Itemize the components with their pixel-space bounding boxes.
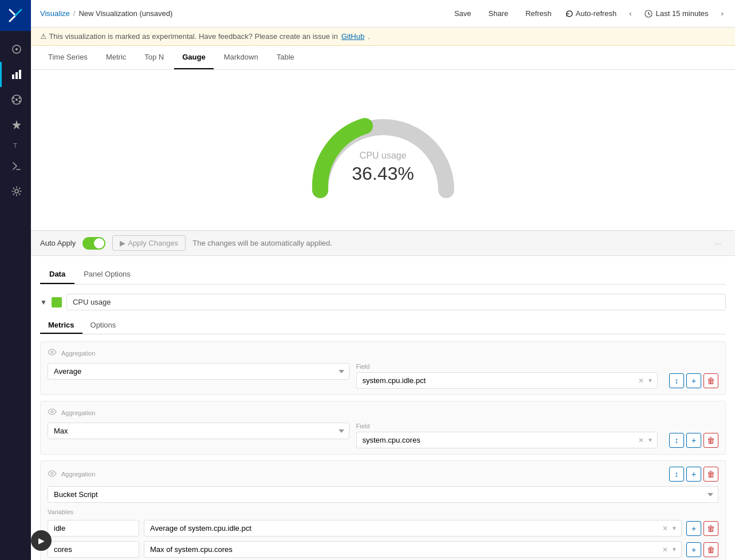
aggregation-select-1[interactable]: Average Max Min Sum Count <box>48 363 349 380</box>
field-group-2: Field ✕ ▼ <box>356 423 658 448</box>
refresh-button[interactable]: Refresh <box>522 7 555 20</box>
series-color-swatch[interactable] <box>52 297 62 307</box>
viz-type-tabs: Time Series Metric Top N Gauge Markdown … <box>31 46 735 70</box>
tab-metric[interactable]: Metric <box>98 46 134 69</box>
variables-section: Variables ✕ ▼ + 🗑 <box>48 508 718 560</box>
tab-top-n[interactable]: Top N <box>136 46 172 69</box>
field-caret-1: ▼ <box>647 377 653 384</box>
variable-name-input-1[interactable] <box>48 520 139 537</box>
auto-refresh-label: Auto-refresh <box>576 9 617 18</box>
apply-changes-icon: ▶ <box>120 239 125 247</box>
gauge-svg <box>303 98 463 202</box>
variable-delete-button-1[interactable]: 🗑 <box>703 521 718 536</box>
agg-select-group-1: Average Max Min Sum Count <box>48 363 349 380</box>
apply-changes-button[interactable]: ▶ Apply Changes <box>112 235 186 251</box>
data-panel-tabs: Data Panel Options <box>40 265 726 285</box>
series-collapse-button[interactable]: ▼ <box>40 298 47 306</box>
share-button[interactable]: Share <box>485 7 512 20</box>
tab-table[interactable]: Table <box>269 46 302 69</box>
bucket-script-select[interactable]: Bucket Script Derivative Serial Diff <box>48 486 718 503</box>
agg-label-bucket: Aggregation <box>61 471 95 478</box>
agg-actions-2: ↕ + 🗑 <box>669 433 718 448</box>
agg-row-1-header: Aggregation <box>48 348 718 358</box>
variable-name-input-2[interactable] <box>48 541 139 558</box>
svg-point-7 <box>13 97 14 99</box>
toggle-slider <box>82 237 105 250</box>
svg-point-16 <box>51 472 53 475</box>
sub-tabs: Metrics Options <box>40 317 726 334</box>
variables-label: Variables <box>48 508 718 515</box>
field-label-2: Field <box>356 423 658 429</box>
field-group-1: Field ✕ ▼ <box>356 363 658 389</box>
svg-marker-11 <box>12 120 21 129</box>
clock-icon <box>644 10 653 18</box>
variable-field-caret-1: ▼ <box>671 525 677 531</box>
github-link[interactable]: GitHub <box>341 32 364 41</box>
variable-actions-1: + 🗑 <box>686 521 718 536</box>
auto-apply-toggle[interactable] <box>82 237 105 250</box>
nav-next-button[interactable]: › <box>719 7 726 20</box>
agg-label-1: Aggregation <box>61 350 95 357</box>
variable-field-caret-2: ▼ <box>671 546 677 553</box>
sub-tab-metrics[interactable]: Metrics <box>40 317 82 334</box>
agg-add-button-2[interactable]: + <box>686 433 701 448</box>
field-input-2[interactable] <box>356 432 658 448</box>
breadcrumb-visualize-link[interactable]: Visualize <box>40 9 70 18</box>
tab-gauge[interactable]: Gauge <box>174 46 213 69</box>
variable-field-clear-1[interactable]: ✕ <box>662 524 668 533</box>
sub-tab-options[interactable]: Options <box>82 317 124 334</box>
variable-field-input-1[interactable] <box>144 520 682 537</box>
tab-panel-options[interactable]: Panel Options <box>74 265 140 284</box>
tab-data[interactable]: Data <box>40 265 74 284</box>
variable-field-input-2[interactable] <box>144 541 682 558</box>
bucket-add-button[interactable]: + <box>686 467 701 482</box>
sidebar-item-visualize[interactable] <box>0 62 31 87</box>
sidebar-item-management[interactable] <box>0 179 31 204</box>
auto-apply-label: Auto Apply <box>40 239 76 247</box>
agg-delete-button-2[interactable]: 🗑 <box>703 433 718 448</box>
agg-delete-button-1[interactable]: 🗑 <box>703 373 718 388</box>
main-content: ⚠ This visualization is marked as experi… <box>31 0 735 560</box>
field-clear-2[interactable]: ✕ <box>638 436 644 444</box>
agg-action-row-1: ↕ + 🗑 <box>669 373 718 388</box>
tab-time-series[interactable]: Time Series <box>40 46 96 69</box>
field-input-1[interactable] <box>356 372 658 389</box>
variable-add-button-2[interactable]: + <box>686 542 701 557</box>
svg-rect-3 <box>15 72 18 79</box>
auto-apply-note: The changes will be automatically applie… <box>192 239 332 247</box>
svg-point-12 <box>15 190 18 193</box>
field-clear-1[interactable]: ✕ <box>638 377 644 385</box>
series-name-input[interactable] <box>66 294 726 310</box>
bucket-reorder-button[interactable]: ↕ <box>669 467 684 482</box>
nav-prev-button[interactable]: ‹ <box>627 7 634 20</box>
aggregation-row-bucket: Aggregation ↕ + 🗑 Bucket Script Derivati… <box>40 460 726 560</box>
svg-point-10 <box>18 101 20 102</box>
experimental-text: ⚠ This visualization is marked as experi… <box>40 32 338 41</box>
save-button[interactable]: Save <box>451 7 475 20</box>
agg-add-button-1[interactable]: + <box>686 373 701 388</box>
agg-reorder-button-1[interactable]: ↕ <box>669 373 684 388</box>
field-input-wrap-1: ✕ ▼ <box>356 372 658 389</box>
agg-reorder-button-2[interactable]: ↕ <box>669 433 684 448</box>
tab-markdown[interactable]: Markdown <box>216 46 266 69</box>
field-input-wrap-2: ✕ ▼ <box>356 432 658 448</box>
variable-delete-button-2[interactable]: 🗑 <box>703 542 718 557</box>
variable-field-wrap-2: ✕ ▼ <box>144 541 682 558</box>
sidebar-item-discover[interactable] <box>0 37 31 62</box>
variable-add-button-1[interactable]: + <box>686 521 701 536</box>
aggregation-select-2[interactable]: Max Average Min Sum Count <box>48 423 349 439</box>
sidebar-item-dashboard[interactable] <box>0 87 31 112</box>
topbar: Visualize / New Visualization (unsaved) … <box>31 0 735 27</box>
page-title: New Visualization (unsaved) <box>78 9 172 18</box>
agg-label-2: Aggregation <box>61 409 95 416</box>
sidebar-item-devtools[interactable] <box>0 153 31 179</box>
auto-refresh-button[interactable]: Auto-refresh <box>565 9 617 18</box>
variable-field-clear-2[interactable]: ✕ <box>662 546 668 554</box>
gauge-wrapper: CPU usage 36.43% <box>303 98 463 202</box>
bucket-delete-button[interactable]: 🗑 <box>703 467 718 482</box>
drag-handle[interactable]: ··· <box>710 239 726 248</box>
sidebar-logo[interactable] <box>0 0 31 31</box>
sidebar-item-timelion[interactable] <box>0 112 31 137</box>
agg-eye-icon-bucket <box>48 469 57 480</box>
play-button[interactable]: ▶ <box>31 530 52 551</box>
